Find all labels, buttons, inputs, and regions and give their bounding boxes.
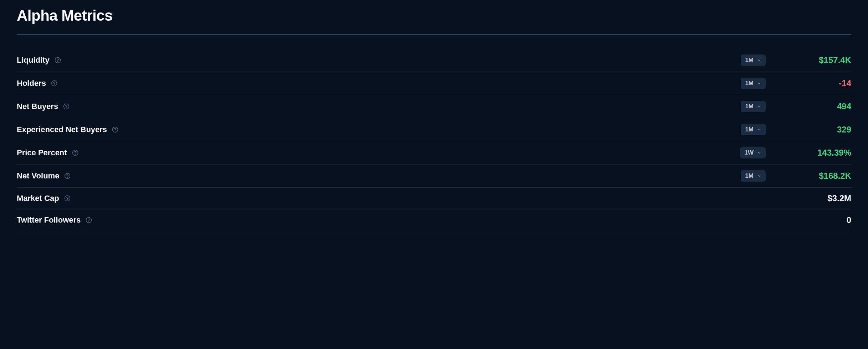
help-icon[interactable] [72,150,78,156]
metric-label: Net Volume [17,171,59,181]
metric-label: Net Buyers [17,102,58,111]
chevron-down-icon [757,174,761,178]
metric-row: Price Percent1W143.39% [17,141,851,165]
metric-right: 1M494 [741,101,851,112]
metric-left: Holders [17,79,57,88]
metric-value: $3.2M [780,193,851,203]
timeframe-dropdown[interactable]: 1M [741,78,766,89]
dropdown-label: 1M [745,57,754,64]
metric-label: Market Cap [17,194,59,203]
chevron-down-icon [757,127,761,132]
metric-value: 143.39% [780,148,851,158]
help-icon[interactable] [64,195,71,202]
chevron-down-icon [757,104,761,109]
metric-left: Liquidity [17,56,61,65]
metric-right: 0 [780,215,851,225]
metric-row: Net Volume1M$168.2K [17,165,851,188]
metric-right: 1M$168.2K [741,170,851,182]
chevron-down-icon [757,58,761,62]
svg-point-11 [67,177,68,177]
metric-value: -14 [780,78,851,88]
metric-row: Net Buyers1M494 [17,95,851,118]
chevron-down-icon [757,81,761,85]
metric-value: 494 [780,101,851,111]
metric-left: Net Buyers [17,102,70,111]
help-icon[interactable] [86,217,92,223]
dropdown-label: 1M [745,172,754,179]
metric-row: Liquidity1M$157.4K [17,49,851,72]
svg-point-15 [89,221,89,222]
help-icon[interactable] [64,173,71,179]
timeframe-dropdown[interactable]: 1M [741,101,766,112]
dropdown-label: 1M [745,103,754,110]
svg-point-7 [115,131,116,131]
metric-row: Twitter Followers0 [17,209,851,231]
metric-left: Net Volume [17,171,71,181]
metric-row: Market Cap$3.2M [17,188,851,209]
svg-point-9 [75,154,75,154]
timeframe-dropdown[interactable]: 1W [740,147,766,158]
chevron-down-icon [757,151,761,155]
metric-row: Experienced Net Buyers1M329 [17,118,851,141]
metric-label: Experienced Net Buyers [17,125,107,134]
metric-row: Holders1M-14 [17,72,851,95]
svg-point-5 [66,108,67,108]
metric-left: Experienced Net Buyers [17,125,118,134]
timeframe-dropdown[interactable]: 1M [741,170,766,182]
metric-left: Market Cap [17,194,71,203]
metric-label: Price Percent [17,148,67,157]
section-title: Alpha Metrics [17,7,851,24]
metric-value: 329 [780,125,851,135]
dropdown-label: 1W [745,149,754,156]
metric-left: Twitter Followers [17,215,92,225]
svg-point-3 [54,84,55,85]
help-icon[interactable] [112,126,118,133]
metric-right: 1M329 [741,124,851,135]
metric-right: 1M$157.4K [741,54,851,66]
metric-label: Liquidity [17,56,50,65]
metrics-list: Liquidity1M$157.4KHolders1M-14Net Buyers… [17,49,851,231]
dropdown-label: 1M [745,126,754,133]
dropdown-label: 1M [745,80,754,87]
metric-value: 0 [780,215,851,225]
metric-right: 1W143.39% [740,147,852,158]
metric-label: Twitter Followers [17,215,81,225]
title-divider [17,34,851,35]
help-icon[interactable] [51,80,57,87]
timeframe-dropdown[interactable]: 1M [741,124,766,135]
svg-point-13 [67,199,67,200]
timeframe-dropdown[interactable]: 1M [741,54,766,66]
metric-value: $168.2K [780,171,851,181]
metric-left: Price Percent [17,148,78,157]
metric-right: 1M-14 [741,78,851,89]
help-icon[interactable] [63,103,70,110]
help-icon[interactable] [55,57,61,63]
svg-point-1 [57,61,58,62]
metric-label: Holders [17,79,46,88]
metric-value: $157.4K [780,55,851,65]
metric-right: $3.2M [780,193,851,203]
